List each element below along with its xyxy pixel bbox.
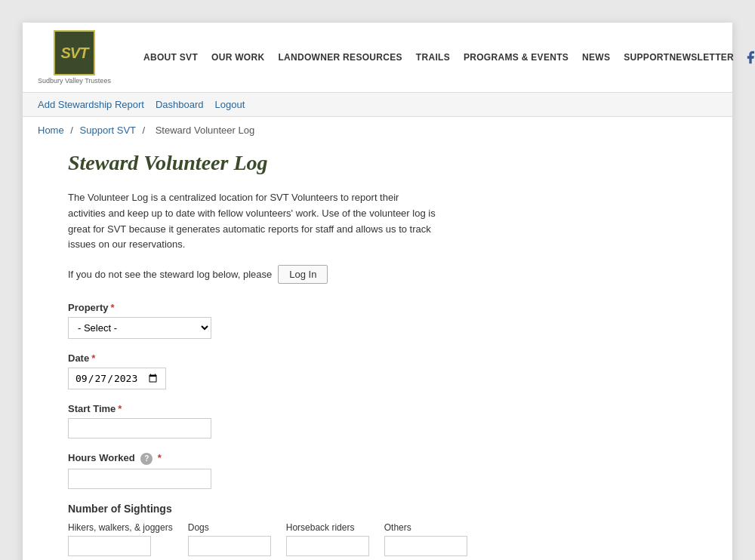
date-required: * [91, 352, 95, 364]
volunteer-log-form: Property* - Select - Date* Start Time* [68, 302, 687, 560]
nav-programs[interactable]: PROGRAMS & EVENTS [464, 52, 569, 63]
nav-about[interactable]: ABOUT SVT [143, 52, 198, 63]
header-right: NEWSLETTER Donate [669, 46, 755, 69]
logout-link[interactable]: Logout [215, 99, 245, 110]
sighting-dogs: Dogs [188, 522, 271, 556]
dogs-input[interactable] [188, 536, 271, 556]
start-time-label: Start Time* [68, 403, 687, 414]
sightings-label: Number of Sightings [68, 503, 687, 515]
nav-trails[interactable]: TRAILS [416, 52, 450, 63]
hours-worked-input[interactable] [68, 469, 211, 489]
start-time-required: * [118, 403, 122, 414]
dogs-label: Dogs [188, 522, 271, 533]
admin-bar: Add Stewardship Report Dashboard Logout [23, 93, 732, 117]
property-required: * [110, 302, 114, 313]
main-content: Steward Volunteer Log The Volunteer Log … [23, 143, 732, 560]
newsletter-link[interactable]: NEWSLETTER [669, 52, 734, 63]
hikers-label: Hikers, walkers, & joggers [68, 522, 173, 533]
hours-worked-label: Hours Worked ? * [68, 452, 687, 465]
hours-required: * [158, 452, 162, 463]
property-label: Property* [68, 302, 687, 313]
date-input[interactable] [68, 368, 166, 389]
breadcrumb: Home / Support SVT / Steward Volunteer L… [23, 117, 732, 143]
facebook-icon[interactable] [741, 48, 755, 66]
login-prompt-area: If you do not see the steward log below,… [68, 265, 687, 284]
logo-subtitle: Sudbury Valley Trustees [38, 77, 111, 85]
date-group: Date* [68, 352, 687, 389]
nav-support[interactable]: SUPPORT [624, 52, 669, 63]
add-stewardship-link[interactable]: Add Stewardship Report [38, 99, 144, 110]
horseback-input[interactable] [286, 536, 369, 556]
site-header: SVT Sudbury Valley Trustees ABOUT SVT OU… [23, 23, 732, 93]
breadcrumb-support-svt[interactable]: Support SVT [80, 125, 136, 136]
sighting-hikers: Hikers, walkers, & joggers [68, 522, 173, 556]
sighting-others: Others [384, 522, 467, 556]
dashboard-link[interactable]: Dashboard [156, 99, 204, 110]
breadcrumb-current: Steward Volunteer Log [156, 125, 255, 136]
nav-landowner[interactable]: LANDOWNER RESOURCES [278, 52, 402, 63]
start-time-input[interactable] [68, 418, 211, 438]
sighting-horseback: Horseback riders [286, 522, 369, 556]
sightings-grid: Hikers, walkers, & joggers Dogs Horsebac… [68, 522, 687, 556]
horseback-label: Horseback riders [286, 522, 369, 533]
property-group: Property* - Select - [68, 302, 687, 339]
property-select[interactable]: - Select - [68, 317, 211, 339]
breadcrumb-sep2: / [142, 125, 145, 136]
nav-our-work[interactable]: OUR WORK [211, 52, 264, 63]
help-icon[interactable]: ? [140, 453, 153, 465]
page-description: The Volunteer Log is a centralized locat… [68, 190, 438, 253]
sightings-group: Number of Sightings Hikers, walkers, & j… [68, 503, 687, 556]
logo: SVT [54, 30, 95, 75]
page-title: Steward Volunteer Log [68, 151, 687, 175]
login-button[interactable]: Log In [278, 265, 328, 284]
start-time-group: Start Time* [68, 403, 687, 438]
date-label: Date* [68, 352, 687, 364]
others-label: Others [384, 522, 467, 533]
hikers-input[interactable] [68, 536, 151, 556]
main-nav: ABOUT SVT OUR WORK LANDOWNER RESOURCES T… [143, 52, 669, 63]
hours-worked-group: Hours Worked ? * [68, 452, 687, 489]
nav-news[interactable]: NEWS [582, 52, 610, 63]
login-prompt-text: If you do not see the steward log below,… [68, 269, 272, 280]
others-input[interactable] [384, 536, 467, 556]
breadcrumb-home[interactable]: Home [38, 125, 64, 136]
breadcrumb-sep1: / [70, 125, 73, 136]
logo-area: SVT Sudbury Valley Trustees [38, 30, 128, 85]
